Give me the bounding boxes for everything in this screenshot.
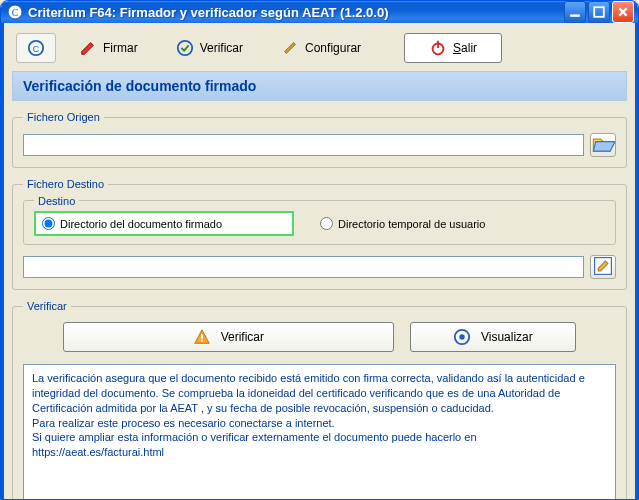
destino-subgroup: Destino Directorio del documento firmado… xyxy=(23,200,616,245)
info-line-1: La verificación asegura que el documento… xyxy=(32,371,607,416)
window-title: Criterium F64: Firmador y verificador se… xyxy=(28,5,564,20)
power-icon xyxy=(429,39,447,57)
toolbar: C Firmar Verificar Configurar Salir xyxy=(12,27,627,69)
verificar-group: Verificar Verificar Visualizar La verifi… xyxy=(12,300,627,500)
configurar-tab[interactable]: Configurar xyxy=(266,33,376,63)
svg-point-6 xyxy=(177,41,191,55)
edit-icon xyxy=(591,254,615,281)
view-icon xyxy=(453,328,471,346)
page-title: Verificación de documento firmado xyxy=(12,71,627,101)
titlebar[interactable]: C Criterium F64: Firmador y verificador … xyxy=(1,1,638,23)
minimize-button[interactable] xyxy=(564,1,586,23)
wrench-icon xyxy=(281,39,299,57)
svg-rect-2 xyxy=(570,14,580,16)
maximize-button[interactable] xyxy=(588,1,610,23)
edit-destino-button[interactable] xyxy=(590,255,616,279)
verify-icon xyxy=(176,39,194,57)
info-line-2: Para realizar este proceso es necesario … xyxy=(32,416,607,431)
verificar-label: Verificar xyxy=(200,41,243,55)
firmar-tab[interactable]: Firmar xyxy=(64,33,153,63)
info-line-4: https://aeat.es/facturai.html xyxy=(32,445,607,460)
firmar-label: Firmar xyxy=(103,41,138,55)
toolbar-logo-button[interactable]: C xyxy=(16,33,56,63)
visualizar-button-label: Visualizar xyxy=(481,330,533,344)
svg-text:C: C xyxy=(33,44,40,54)
destino-radio-temp[interactable] xyxy=(320,217,333,230)
svg-rect-8 xyxy=(437,41,439,48)
fichero-destino-input[interactable] xyxy=(23,256,584,278)
destino-opt-temp[interactable]: Directorio temporal de usuario xyxy=(314,211,491,236)
visualizar-button[interactable]: Visualizar xyxy=(410,322,576,352)
fichero-origen-group: Fichero Origen xyxy=(12,111,627,168)
svg-rect-3 xyxy=(594,7,604,17)
destino-opt-doc[interactable]: Directorio del documento firmado xyxy=(34,211,294,236)
fichero-origen-input[interactable] xyxy=(23,134,584,156)
verificar-button-label: Verificar xyxy=(221,330,264,344)
window: C Criterium F64: Firmador y verificador … xyxy=(0,0,639,500)
app-icon: C xyxy=(7,4,23,20)
browse-origen-button[interactable] xyxy=(590,133,616,157)
svg-rect-10 xyxy=(201,334,203,339)
info-box: La verificación asegura que el documento… xyxy=(23,364,616,500)
fichero-destino-legend: Fichero Destino xyxy=(23,178,108,190)
verificar-tab[interactable]: Verificar xyxy=(161,33,258,63)
destino-opt-temp-label: Directorio temporal de usuario xyxy=(338,218,485,230)
salir-label: Salir xyxy=(453,41,477,55)
warning-icon xyxy=(193,328,211,346)
verificar-legend: Verificar xyxy=(23,300,71,312)
fichero-origen-legend: Fichero Origen xyxy=(23,111,104,123)
verificar-button[interactable]: Verificar xyxy=(63,322,394,352)
fichero-destino-group: Fichero Destino Destino Directorio del d… xyxy=(12,178,627,290)
logo-icon: C xyxy=(27,39,45,57)
client-area: C Firmar Verificar Configurar Salir Veri… xyxy=(1,23,638,500)
close-button[interactable] xyxy=(612,1,634,23)
salir-button[interactable]: Salir xyxy=(404,33,502,63)
svg-rect-11 xyxy=(201,340,203,342)
configurar-label: Configurar xyxy=(305,41,361,55)
destino-opt-doc-label: Directorio del documento firmado xyxy=(60,218,222,230)
destino-radio-doc[interactable] xyxy=(42,217,55,230)
destino-legend: Destino xyxy=(34,195,79,207)
folder-open-icon xyxy=(591,132,615,159)
svg-text:C: C xyxy=(12,7,19,18)
info-line-3: Si quiere ampliar esta información o ver… xyxy=(32,430,607,445)
pen-icon xyxy=(79,39,97,57)
svg-point-13 xyxy=(459,334,464,339)
